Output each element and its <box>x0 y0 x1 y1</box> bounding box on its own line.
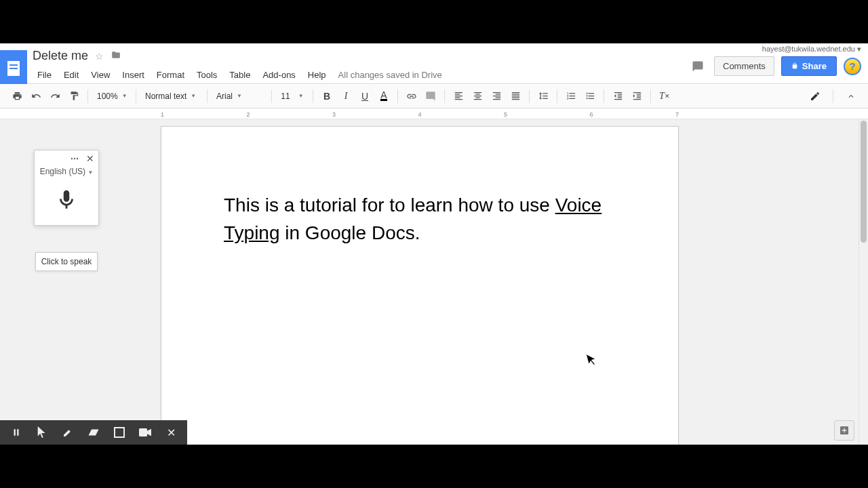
save-status: All changes saved in Drive <box>334 67 447 83</box>
menu-insert[interactable]: Insert <box>117 67 149 83</box>
close-recording-icon[interactable]: ✕ <box>159 420 183 445</box>
numbered-list-icon[interactable] <box>562 87 580 105</box>
print-icon[interactable] <box>8 87 26 105</box>
redo-icon[interactable] <box>46 87 64 105</box>
highlighter-tool-icon[interactable] <box>81 420 106 445</box>
help-icon[interactable]: ? <box>844 58 861 75</box>
ruler: 1234567 <box>0 108 868 119</box>
document-page[interactable]: This is a tutorial for to learn how to u… <box>161 126 679 445</box>
docs-app-icon[interactable] <box>0 50 27 87</box>
menu-help[interactable]: Help <box>303 67 331 83</box>
zoom-select[interactable]: 100%▼ <box>93 87 131 105</box>
recording-toolbar: ✕ <box>0 420 187 445</box>
decrease-indent-icon[interactable] <box>609 87 627 105</box>
svg-rect-0 <box>115 428 124 437</box>
italic-icon[interactable]: I <box>337 87 355 105</box>
docs-header: Delete me ☆ File Edit View Insert Format… <box>0 43 868 84</box>
comments-button[interactable]: Comments <box>714 56 774 76</box>
insert-comment-icon[interactable] <box>422 87 439 105</box>
insert-link-icon[interactable] <box>403 87 420 105</box>
align-justify-icon[interactable] <box>507 87 524 105</box>
document-title[interactable]: Delete me <box>33 49 88 63</box>
share-button[interactable]: Share <box>781 56 837 76</box>
webcam-icon[interactable] <box>133 420 157 445</box>
menu-tools[interactable]: Tools <box>192 67 222 83</box>
menu-view[interactable]: View <box>86 67 115 83</box>
pause-icon[interactable] <box>4 420 28 445</box>
increase-indent-icon[interactable] <box>628 87 646 105</box>
microphone-button[interactable] <box>35 182 98 225</box>
align-left-icon[interactable] <box>450 87 467 105</box>
paint-format-icon[interactable] <box>65 87 83 105</box>
pen-tool-icon[interactable] <box>56 420 80 445</box>
font-size-select[interactable]: 11▼ <box>277 87 308 105</box>
font-select[interactable]: Arial▼ <box>212 87 267 105</box>
scrollbar-thumb[interactable] <box>861 121 867 243</box>
star-icon[interactable]: ☆ <box>95 51 104 62</box>
folder-icon[interactable] <box>111 50 121 62</box>
menu-file[interactable]: File <box>33 67 56 83</box>
styles-select[interactable]: Normal text▼ <box>141 87 202 105</box>
menu-addons[interactable]: Add-ons <box>258 67 300 83</box>
rectangle-tool-icon[interactable] <box>107 420 132 445</box>
user-email[interactable]: hayest@tukwila.wednet.edu ▾ <box>762 45 861 54</box>
toolbar: 100%▼ Normal text▼ Arial▼ 11▼ B I U A T✕ <box>0 84 868 108</box>
workspace: This is a tutorial for to learn how to u… <box>0 119 868 445</box>
cursor-icon <box>586 352 599 370</box>
menu-format[interactable]: Format <box>152 67 189 83</box>
explore-button[interactable] <box>834 420 854 441</box>
editing-mode-icon[interactable] <box>806 87 824 105</box>
clear-formatting-icon[interactable]: T✕ <box>656 87 673 105</box>
click-to-speak-tooltip: Click to speak <box>35 252 98 271</box>
document-text: This is a tutorial for to learn how to u… <box>224 192 616 247</box>
cursor-tool-icon[interactable] <box>30 420 54 445</box>
align-right-icon[interactable] <box>488 87 505 105</box>
bulleted-list-icon[interactable] <box>581 87 599 105</box>
close-icon[interactable]: ✕ <box>86 153 94 164</box>
drag-handle-icon[interactable]: ⋯ <box>71 154 79 163</box>
menu-table[interactable]: Table <box>224 67 255 83</box>
app-viewport: Delete me ☆ File Edit View Insert Format… <box>0 43 868 445</box>
undo-icon[interactable] <box>27 87 45 105</box>
collapse-toolbar-icon[interactable] <box>842 87 860 105</box>
lock-icon <box>791 62 798 71</box>
text-color-icon[interactable]: A <box>375 87 393 105</box>
language-select[interactable]: English (US) ▼ <box>35 164 98 182</box>
chat-icon[interactable] <box>688 57 707 76</box>
menu-edit[interactable]: Edit <box>59 67 83 83</box>
bold-icon[interactable]: B <box>318 87 336 105</box>
align-center-icon[interactable] <box>469 87 486 105</box>
underline-icon[interactable]: U <box>356 87 374 105</box>
voice-typing-panel[interactable]: ⋯ ✕ English (US) ▼ Click to speak <box>34 150 99 226</box>
line-spacing-icon[interactable] <box>534 87 552 105</box>
scrollbar[interactable] <box>859 119 868 445</box>
